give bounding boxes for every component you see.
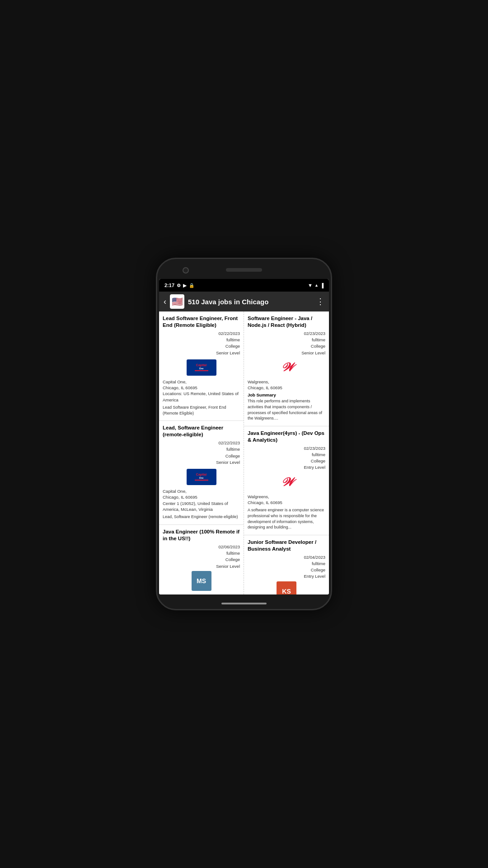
status-left: 2:17 ⚙ ▶ 🔒 <box>164 283 194 288</box>
company-info: Capital One,Chicago, IL 60695Locations: … <box>163 379 240 403</box>
phone-camera <box>183 267 189 274</box>
phone-bottom-bar <box>221 603 267 604</box>
walgreens-logo: 𝒲 <box>275 474 298 491</box>
job-meta: 02/23/2023fulltimeCollegeSenior Level <box>248 330 325 356</box>
company-logo: KS <box>248 583 325 594</box>
status-right: ▼ ▲ ▐ <box>308 283 324 288</box>
job-title: Java Engineer(4yrs) - (Dev Ops & Analyti… <box>248 430 325 443</box>
app-header: ‹ 🇺🇸 510 Java jobs in Chicago ⋮ <box>159 292 329 311</box>
status-bar: 2:17 ⚙ ▶ 🔒 ▼ ▲ ▐ <box>159 279 329 292</box>
job-card-3[interactable]: Lead, Software Engineer (remote-eligible… <box>159 421 244 525</box>
wifi-icon: ▼ <box>308 283 313 288</box>
job-meta: 02/04/2023fulltimeCollegeEntry Level <box>248 554 325 580</box>
company-logo: 𝒲 <box>248 474 325 491</box>
job-title: Lead, Software Engineer (remote-eligible… <box>163 425 240 438</box>
gear-icon: ⚙ <box>177 283 181 288</box>
company-logo: Capital One <box>163 468 240 486</box>
job-short-desc: Lead, Software Engineer (remote-eligible… <box>163 514 240 520</box>
company-info: Walgreens,Chicago, IL 60695 <box>248 494 325 506</box>
job-title: Junior Software Developer / Business Ana… <box>248 539 325 552</box>
capital-one-logo: Capital One <box>187 359 216 376</box>
company-logo: Capital One <box>163 359 240 376</box>
job-card-1[interactable]: Lead Software Engineer, Front End (Remot… <box>159 311 244 421</box>
header-menu-button[interactable]: ⋮ <box>316 297 324 307</box>
signal-icon: ▲ <box>314 283 319 288</box>
job-description: This role performs and implements activi… <box>248 398 325 421</box>
battery-icon: ▐ <box>320 283 324 288</box>
company-logo: MS <box>163 572 240 590</box>
lock-icon: 🔒 <box>189 283 194 288</box>
job-column-left: Lead Software Engineer, Front End (Remot… <box>159 311 244 594</box>
ks-badge: KS <box>277 581 296 594</box>
company-info: Walgreens,Chicago, IL 60695 <box>248 379 325 391</box>
job-card-6[interactable]: Junior Software Developer / Business Ana… <box>244 535 329 594</box>
ms-badge: MS <box>192 571 211 591</box>
job-card-2[interactable]: Software Engineer - Java / Node.js / Rea… <box>244 311 329 426</box>
job-short-desc: Lead Software Engineer, Front End (Remot… <box>163 405 240 416</box>
job-meta: 02/22/2023fulltimeCollegeSenior Level <box>163 440 240 466</box>
company-logo: 𝒲 <box>248 359 325 376</box>
job-meta: 02/06/2023fulltimeCollegeSenior Level <box>163 544 240 570</box>
status-time: 2:17 <box>164 283 174 288</box>
job-title: Java Engineer (100% Remote if in the US!… <box>163 528 240 542</box>
job-description: A software engineer is a computer scienc… <box>248 507 325 530</box>
phone-shell: 2:17 ⚙ ▶ 🔒 ▼ ▲ ▐ ‹ 🇺🇸 510 Java jobs in C… <box>156 258 332 610</box>
job-meta: 02/23/2023fulltimeCollegeEntry Level <box>248 445 325 471</box>
company-info: Capital One,Chicago, IL 60695Center 1 (1… <box>163 488 240 512</box>
capital-one-text: Capital One <box>195 473 208 481</box>
job-title: Software Engineer - Java / Node.js / Rea… <box>248 315 325 329</box>
walgreens-logo: 𝒲 <box>275 359 298 376</box>
app-logo: 🇺🇸 <box>170 294 184 309</box>
job-column-right: Software Engineer - Java / Node.js / Rea… <box>244 311 329 594</box>
app-title: 510 Java jobs in Chicago <box>188 298 313 306</box>
capital-one-text: Capital One <box>195 363 208 372</box>
walgreens-w-icon: 𝒲 <box>281 476 292 489</box>
job-list: Lead Software Engineer, Front End (Remot… <box>159 311 329 594</box>
job-card-4[interactable]: Java Engineer(4yrs) - (Dev Ops & Analyti… <box>244 426 329 535</box>
job-card-5[interactable]: Java Engineer (100% Remote if in the US!… <box>159 525 244 594</box>
walgreens-w-icon: 𝒲 <box>281 361 292 374</box>
job-summary-label: Job Summary <box>248 392 325 397</box>
play-icon: ▶ <box>183 283 187 288</box>
job-title: Lead Software Engineer, Front End (Remot… <box>163 315 240 329</box>
back-button[interactable]: ‹ <box>164 297 166 307</box>
capital-one-logo: Capital One <box>187 469 216 485</box>
phone-speaker <box>226 268 262 272</box>
phone-screen: 2:17 ⚙ ▶ 🔒 ▼ ▲ ▐ ‹ 🇺🇸 510 Java jobs in C… <box>159 279 329 594</box>
job-meta: 02/22/2023fulltimeCollegeSenior Level <box>163 330 240 356</box>
